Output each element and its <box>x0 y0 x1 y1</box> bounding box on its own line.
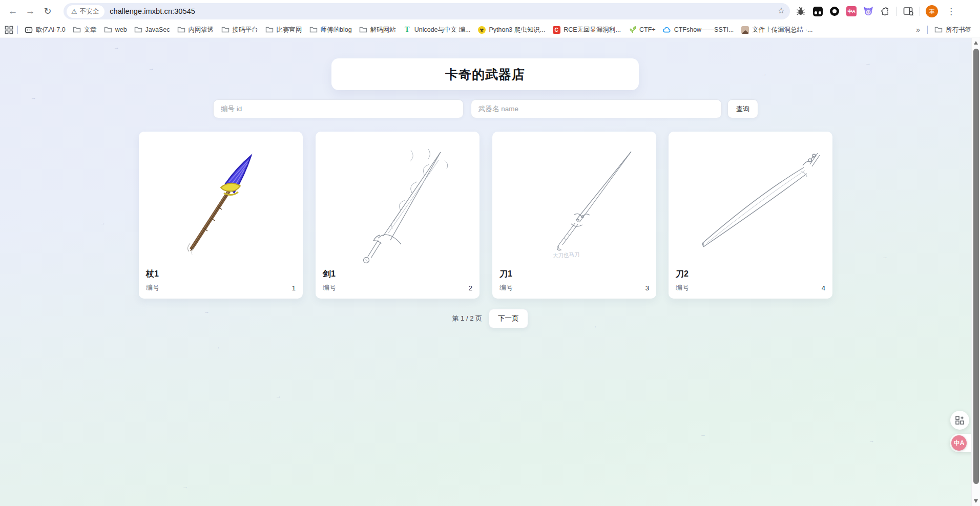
bookmark-star-icon[interactable]: ☆ <box>778 6 785 15</box>
bookmark-item[interactable]: 内网渗透 <box>174 24 218 36</box>
id-search-input[interactable] <box>213 99 464 118</box>
scrollbar-thumb[interactable] <box>973 49 979 484</box>
security-label: 不安全 <box>80 7 99 16</box>
address-bar[interactable]: ⚠ 不安全 challenge.imxbt.cn:30545 ☆ <box>64 3 790 19</box>
deco-arrow-icon <box>276 393 281 399</box>
grid-sparkle-icon <box>955 415 965 425</box>
next-page-button[interactable]: 下一页 <box>489 309 528 328</box>
browser-toolbar: ← → ↻ ⚠ 不安全 challenge.imxbt.cn:30545 ☆ 中… <box>0 0 980 23</box>
bookmark-item[interactable]: 文件上传漏洞总结 ·... <box>737 24 816 36</box>
bookmark-item[interactable]: ☣ Python3 爬虫知识... <box>474 24 549 36</box>
bookmark-label: web <box>115 26 127 33</box>
folder-icon <box>221 26 230 34</box>
folder-icon <box>177 26 185 34</box>
all-bookmarks-label: 所有书签 <box>946 26 971 34</box>
folder-icon <box>934 26 943 34</box>
robot-icon <box>25 26 33 34</box>
chrome-menu-icon[interactable]: ⋮ <box>944 6 958 17</box>
weapon-image-sword <box>323 138 472 267</box>
reload-icon[interactable]: ↻ <box>39 3 56 19</box>
bookmark-item[interactable]: T Unicode与中文 编... <box>400 24 474 36</box>
csdn-icon: C <box>552 26 560 34</box>
weapon-card[interactable]: 刀2 编号 4 <box>669 132 832 299</box>
bookmark-label: JavaSec <box>145 26 170 33</box>
back-icon[interactable]: ← <box>5 3 21 19</box>
bookmark-label: CTFshow——SSTI... <box>674 26 734 33</box>
scroll-up-icon[interactable] <box>974 41 978 45</box>
deco-arrow-icon <box>761 71 767 77</box>
deco-arrow-icon <box>882 254 888 260</box>
bookmark-item[interactable]: CTF+ <box>624 24 659 35</box>
bookmark-label: 接码平台 <box>233 26 258 34</box>
folder-icon <box>265 26 274 34</box>
page-title: 卡奇的武器店 <box>445 66 525 83</box>
weapon-id-label: 编号 <box>146 283 159 292</box>
bookmark-item[interactable]: JavaSec <box>131 24 174 35</box>
page-content: 卡奇的武器店 查询 <box>0 38 980 506</box>
bookmark-item[interactable]: web <box>100 24 131 35</box>
pagination: 第 1 / 2 页 下一页 <box>0 308 980 329</box>
weapon-image-spear <box>146 138 296 267</box>
weapon-name: 刀1 <box>499 269 649 280</box>
query-button[interactable]: 查询 <box>727 99 758 118</box>
extensions-area: 中A ⋮ <box>795 5 958 17</box>
weapon-card[interactable]: 大刀也马刀 刀1 编号 3 <box>492 132 656 299</box>
weapon-id-value: 1 <box>292 284 296 292</box>
sprout-icon <box>628 26 636 34</box>
security-chip[interactable]: ⚠ 不安全 <box>67 5 105 18</box>
name-search-input[interactable] <box>471 99 722 118</box>
bookmark-item[interactable]: 欧亿Ai-7.0 <box>21 24 69 36</box>
scroll-down-icon[interactable] <box>974 499 978 503</box>
bug-extension-icon[interactable] <box>795 6 806 17</box>
forward-icon[interactable]: → <box>22 3 38 19</box>
dark-app-extension-icon[interactable] <box>812 6 823 17</box>
extensions-puzzle-icon[interactable] <box>880 6 891 17</box>
bookmark-item[interactable]: 接码平台 <box>218 24 262 36</box>
bookmark-label: 文章 <box>84 26 97 34</box>
profile-avatar[interactable] <box>926 5 938 17</box>
photo-icon <box>741 26 749 34</box>
bookmark-item[interactable]: 师傅的blog <box>306 24 356 36</box>
bookmark-item[interactable]: 比赛官网 <box>262 24 306 36</box>
deco-arrow-icon <box>31 94 36 100</box>
url-text[interactable]: challenge.imxbt.cn:30545 <box>110 7 195 15</box>
bookmarks-separator <box>927 26 928 34</box>
weapon-id-label: 编号 <box>499 283 513 292</box>
cloud-icon <box>663 26 671 34</box>
weapon-card[interactable]: 杖1 编号 1 <box>139 132 303 299</box>
bookmark-label: 解码网站 <box>370 26 396 34</box>
weapon-name: 剑1 <box>323 269 472 280</box>
sketch-note-text: 大刀也马刀 <box>552 251 579 259</box>
bookmark-item[interactable]: C RCE无回显漏洞利... <box>549 24 624 36</box>
bookmark-item[interactable]: 文章 <box>69 24 100 36</box>
folder-icon <box>104 26 112 34</box>
bookmark-label: Unicode与中文 编... <box>414 26 471 34</box>
bookmark-label: 欧亿Ai-7.0 <box>36 26 66 34</box>
translate-extension-icon[interactable]: 中A <box>846 6 857 17</box>
biohazard-icon: ☣ <box>477 26 486 34</box>
bookmark-item[interactable]: CTFshow——SSTI... <box>659 24 738 35</box>
browser-window: ← → ↻ ⚠ 不安全 challenge.imxbt.cn:30545 ☆ 中… <box>0 0 980 506</box>
side-panel-search-icon[interactable] <box>903 6 914 17</box>
page-status: 第 1 / 2 页 <box>452 314 482 323</box>
bookmark-item[interactable]: 解码网站 <box>356 24 400 36</box>
floating-capture-button[interactable] <box>950 411 969 430</box>
deco-arrow-icon <box>182 483 188 490</box>
folder-icon <box>134 26 142 34</box>
ring-extension-icon[interactable] <box>829 6 840 17</box>
bookmark-label: RCE无回显漏洞利... <box>564 26 621 34</box>
translate-bubble-icon: 中A <box>951 435 967 451</box>
weapon-id-value: 2 <box>469 284 472 292</box>
folder-icon <box>73 26 81 34</box>
bookmarks-overflow-icon[interactable]: » <box>912 26 924 34</box>
warning-icon: ⚠ <box>71 8 77 15</box>
vertical-scrollbar[interactable] <box>971 38 980 506</box>
deco-arrow-icon <box>700 431 706 437</box>
apps-grid-icon[interactable] <box>3 24 14 35</box>
toolbar-separator <box>920 7 920 16</box>
all-bookmarks-button[interactable]: 所有书签 <box>931 24 975 36</box>
kuromi-extension-icon[interactable] <box>863 6 874 17</box>
bookmark-label: Python3 爬虫知识... <box>489 26 545 34</box>
deco-arrow-icon <box>215 344 220 350</box>
weapon-card[interactable]: 剑1 编号 2 <box>316 132 479 299</box>
